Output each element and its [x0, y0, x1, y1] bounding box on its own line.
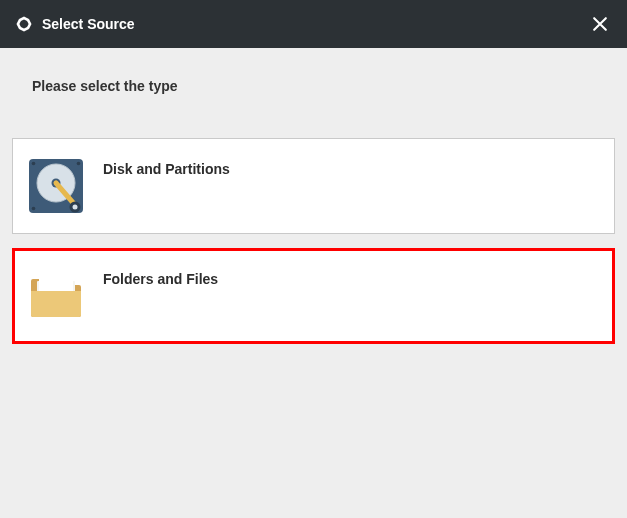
svg-point-8 [77, 162, 81, 166]
option-disk-partitions[interactable]: Disk and Partitions [12, 138, 615, 234]
svg-point-6 [73, 205, 78, 210]
dialog-content: Please select the type Disk and Partitio… [0, 48, 627, 344]
instruction-text: Please select the type [32, 78, 615, 94]
svg-point-7 [32, 162, 36, 166]
close-icon [590, 14, 610, 34]
disk-icon [27, 157, 85, 215]
header-left: Select Source [14, 14, 135, 34]
app-logo-icon [14, 14, 34, 34]
option-label: Folders and Files [103, 271, 218, 287]
close-button[interactable] [587, 11, 613, 37]
dialog-title: Select Source [42, 16, 135, 32]
option-label: Disk and Partitions [103, 161, 230, 177]
folder-icon [27, 267, 85, 325]
svg-point-9 [32, 207, 36, 211]
dialog-header: Select Source [0, 0, 627, 48]
option-folders-files[interactable]: Folders and Files [12, 248, 615, 344]
